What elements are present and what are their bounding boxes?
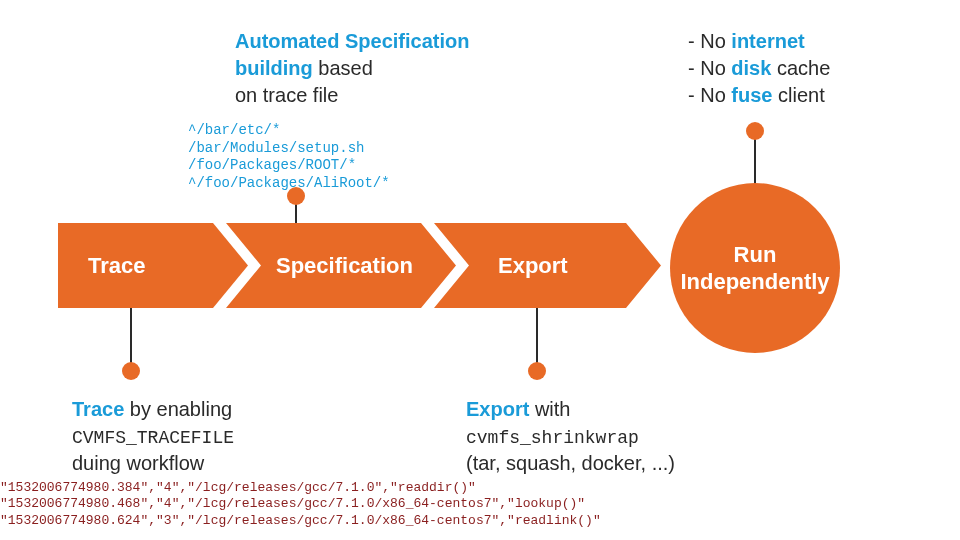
- process-flow: Trace Specification Export: [58, 223, 663, 308]
- run-line3-word: fuse: [731, 84, 772, 106]
- connector-line-export: [536, 308, 538, 368]
- run-line2-pre: - No: [688, 57, 731, 79]
- connector-dot-spec: [287, 187, 305, 205]
- run-line1-pre: - No: [688, 30, 731, 52]
- annotation-run: - No internet - No disk cache - No fuse …: [688, 28, 830, 109]
- circle-line2: Independently: [680, 268, 829, 296]
- annotation-spec-line2a: building: [235, 57, 313, 79]
- export-line3: (tar, squash, docker, ...): [466, 452, 675, 474]
- connector-dot-export: [528, 362, 546, 380]
- run-line2-post: cache: [771, 57, 830, 79]
- trace-word: Trace: [72, 398, 124, 420]
- trace-line1b: by enabling: [124, 398, 232, 420]
- export-line1b: with: [529, 398, 570, 420]
- annotation-spec-line3: on trace file: [235, 84, 338, 106]
- trace-code: CVMFS_TRACEFILE: [72, 428, 234, 448]
- run-line1-word: internet: [731, 30, 804, 52]
- spec-path-list: ^/bar/etc/* /bar/Modules/setup.sh /foo/P…: [188, 122, 390, 192]
- annotation-export: Export with cvmfs_shrinkwrap (tar, squas…: [466, 396, 675, 477]
- trace-line3: duing workflow: [72, 452, 204, 474]
- chevron-export-label: Export: [498, 253, 568, 279]
- annotation-trace: Trace by enabling CVMFS_TRACEFILE duing …: [72, 396, 234, 477]
- annotation-spec-line2b: based: [313, 57, 373, 79]
- run-line2-word: disk: [731, 57, 771, 79]
- run-line3-pre: - No: [688, 84, 731, 106]
- connector-dot-trace: [122, 362, 140, 380]
- export-code: cvmfs_shrinkwrap: [466, 428, 639, 448]
- annotation-spec-line1: Automated Specification: [235, 30, 469, 52]
- annotation-spec: Automated Specification building based o…: [235, 28, 469, 109]
- run-line3-post: client: [772, 84, 824, 106]
- run-independently-circle: Run Independently: [670, 183, 840, 353]
- trace-log-output: "1532006774980.384","4","/lcg/releases/g…: [0, 480, 601, 529]
- circle-line1: Run: [680, 241, 829, 269]
- chevron-spec-label: Specification: [276, 253, 413, 279]
- export-word: Export: [466, 398, 529, 420]
- connector-dot-run: [746, 122, 764, 140]
- connector-line-trace: [130, 308, 132, 368]
- chevron-trace-label: Trace: [88, 253, 146, 279]
- chevron-trace: [58, 223, 248, 308]
